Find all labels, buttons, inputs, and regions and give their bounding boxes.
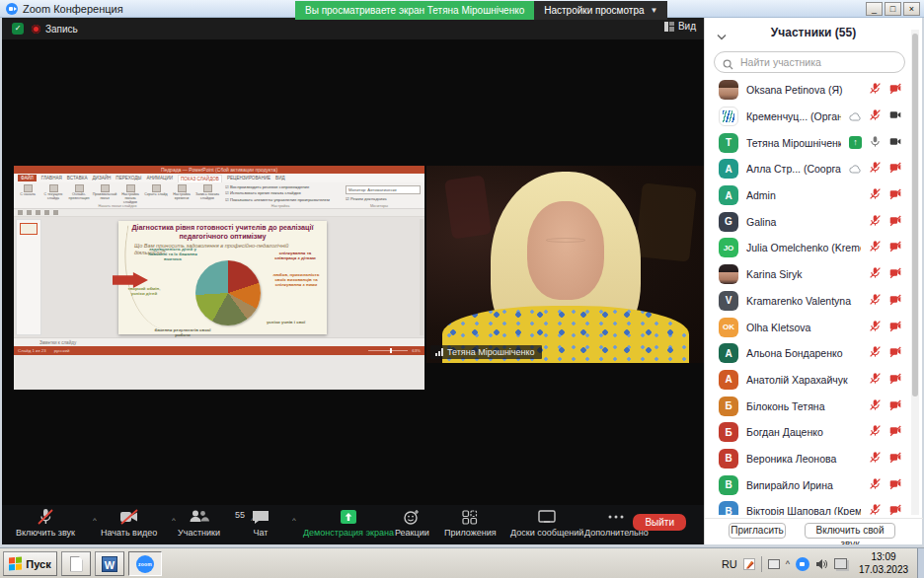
minimize-button[interactable]: _ xyxy=(866,2,883,16)
participant-row[interactable]: Karina Siryk xyxy=(705,261,910,288)
search-participant-input[interactable] xyxy=(714,51,905,73)
ppt-ribbon-button[interactable]: Скрыть слайд xyxy=(144,183,168,205)
ppt-presenter-checkbox[interactable]: Режим докладчика xyxy=(346,196,421,201)
ppt-slide-thumbnails[interactable] xyxy=(16,219,41,335)
mic-status-icon xyxy=(869,319,882,336)
show-desktop-button[interactable] xyxy=(917,548,924,578)
ppt-group-label: Начать показ слайдов xyxy=(14,204,221,208)
ppt-tab[interactable]: ГЛАВНАЯ xyxy=(41,176,62,181)
close-button[interactable]: × xyxy=(903,2,920,16)
participant-row[interactable]: A Admin xyxy=(705,182,910,209)
leave-button[interactable]: Выйти xyxy=(633,514,686,531)
ppt-tab[interactable]: ПЕРЕХОДЫ xyxy=(116,176,141,181)
participant-row[interactable]: А Альона Бондаренко xyxy=(705,340,910,367)
chevron-up-icon[interactable]: ^ xyxy=(292,517,296,524)
participant-row[interactable]: G Galina xyxy=(705,208,910,235)
participant-row[interactable]: А Анатолій Харахайчук xyxy=(705,367,910,394)
taskbar-document-button[interactable] xyxy=(61,551,91,576)
participants-button[interactable]: 55 Участники ^ xyxy=(178,508,220,538)
participant-row[interactable]: В Вероника Леонова xyxy=(705,446,910,472)
display-icon[interactable] xyxy=(768,559,780,569)
participant-name: Вікторія Шаповал (Кременчук) xyxy=(746,505,861,515)
audio-signal-icon xyxy=(435,348,443,356)
shield-check-icon[interactable]: ✓ xyxy=(12,23,24,35)
ppt-tab[interactable]: ДИЗАЙН xyxy=(92,176,111,181)
participant-name: Випирайло Ирина xyxy=(746,479,861,491)
start-button[interactable]: Пуск xyxy=(3,551,57,576)
maximize-button[interactable]: □ xyxy=(885,2,901,16)
chat-button[interactable]: Чат ^ xyxy=(251,508,270,538)
ppt-tab[interactable]: ВСТАВКА xyxy=(67,176,88,181)
mic-status-icon xyxy=(869,476,882,494)
speaker-video-tile[interactable]: Тетяна Мірошніченко xyxy=(426,166,704,363)
language-indicator[interactable]: RU xyxy=(722,558,737,570)
ppt-ribbon-button[interactable]: С текущего слайда xyxy=(41,183,65,205)
apps-button[interactable]: Приложения xyxy=(444,508,497,538)
zoom-tray-icon[interactable] xyxy=(796,557,809,571)
participant-row[interactable]: Oksana Petinova (Я) xyxy=(705,77,910,104)
ppt-monitor-dropdown[interactable]: Монитор: Автоматически xyxy=(346,185,421,194)
shared-screen-powerpoint: Педрада — PowerPoint (Сбой активации про… xyxy=(14,166,424,390)
ppt-tab[interactable]: АНИМАЦИИ xyxy=(146,176,173,181)
participant-row[interactable]: A Алла Стр... (Соорганизатор) xyxy=(705,156,910,182)
ppt-tab[interactable]: РЕЦЕНЗИРОВАНИЕ xyxy=(227,176,270,181)
participant-name: Кременчуц... (Организатор) xyxy=(746,110,841,122)
chevron-up-icon[interactable]: ^ xyxy=(93,517,97,524)
ppt-ribbon-button[interactable]: Настройка времени xyxy=(170,183,193,205)
share-screen-button[interactable]: Демонстрация экрана xyxy=(303,508,394,538)
avatar xyxy=(719,264,738,284)
ppt-ribbon-button[interactable]: Произвольный показ xyxy=(93,183,116,205)
view-options-button[interactable]: Настройки просмотра▼ xyxy=(534,1,667,20)
ppt-scrollbar[interactable] xyxy=(420,219,424,335)
ppt-tab[interactable]: ВИД xyxy=(275,176,284,181)
network-icon[interactable] xyxy=(834,558,847,569)
avatar xyxy=(719,80,738,100)
ppt-ribbon-button[interactable]: Запись показа слайдов xyxy=(195,183,219,205)
participant-row[interactable]: V Kramarenko Valentyna xyxy=(705,288,910,315)
camera-status-icon xyxy=(888,371,902,389)
chevron-up-icon[interactable]: ^ xyxy=(172,517,176,524)
taskbar-zoom-button[interactable]: zoom xyxy=(128,551,162,576)
divider xyxy=(761,556,762,572)
participant-row[interactable]: Б Богдан Даценко xyxy=(705,419,910,446)
mic-status-icon xyxy=(869,108,882,125)
ppt-ribbon-tabs: ФАЙЛГЛАВНАЯВСТАВКАДИЗАЙНПЕРЕХОДЫАНИМАЦИИ… xyxy=(14,174,424,182)
camera-status-icon xyxy=(888,213,902,231)
participant-row[interactable]: T Тетяна Мірошніченко ↑ xyxy=(705,129,910,156)
pie-label: бачення результатів своєї роботи xyxy=(154,327,211,337)
participant-row[interactable]: Б Білоконь Тетяна xyxy=(705,393,910,419)
collapse-panel-icon[interactable] xyxy=(717,27,727,44)
meeting-topbar: ✓ Запись Вид xyxy=(2,18,704,39)
invite-button[interactable]: Пригласить xyxy=(729,523,786,539)
ppt-zoom-slider[interactable] xyxy=(368,350,408,352)
language-pen-icon[interactable] xyxy=(743,558,755,570)
ppt-tab[interactable]: ФАЙЛ xyxy=(18,175,37,181)
zoom-taskbar-icon: zoom xyxy=(136,555,154,573)
start-video-button[interactable]: Начать видео ^ xyxy=(101,508,157,538)
ppt-notes-bar[interactable]: Заметки к слайду xyxy=(14,337,424,346)
reactions-button[interactable]: Реакции xyxy=(395,508,429,538)
participant-row[interactable]: В Вікторія Шаповал (Кременчук) xyxy=(705,498,910,515)
ppt-tab[interactable]: ПОКАЗ СЛАЙДОВ xyxy=(178,175,222,182)
unmute-self-button[interactable]: Включить свой звук xyxy=(805,523,895,539)
ppt-ribbon-button[interactable]: Настройка показа слайдов xyxy=(118,183,142,205)
taskbar-word-button[interactable]: W xyxy=(95,551,124,576)
camera-status-icon xyxy=(888,502,902,515)
taskbar-clock[interactable]: 13:09 17.03.2023 xyxy=(853,551,914,576)
participant-row[interactable]: Кременчуц... (Организатор) xyxy=(705,104,910,130)
avatar: A xyxy=(719,185,738,205)
ppt-ribbon-button[interactable]: С начала xyxy=(16,183,39,205)
view-button[interactable]: Вид xyxy=(664,21,696,32)
speaker-icon[interactable] xyxy=(815,558,828,570)
mic-status-icon xyxy=(869,423,882,441)
participant-row[interactable]: OK Olha Kletsova xyxy=(705,314,910,340)
show-hidden-icons[interactable]: ^ xyxy=(786,559,790,569)
ppt-checkbox[interactable]: Показывать элементы управления проигрыва… xyxy=(225,197,342,203)
participant-row[interactable]: JO Julia Omelchenko (Kremenchuk) xyxy=(705,235,910,261)
ppt-ribbon-button[interactable]: Онлайн-презентация xyxy=(67,183,91,205)
panel-scrollbar[interactable] xyxy=(911,30,919,515)
avatar: Б xyxy=(719,397,738,416)
whiteboards-button[interactable]: Доски сообщений xyxy=(510,508,583,538)
unmute-button[interactable]: Включить звук ^ xyxy=(16,508,75,538)
participant-row[interactable]: В Випирайло Ирина xyxy=(705,471,910,498)
